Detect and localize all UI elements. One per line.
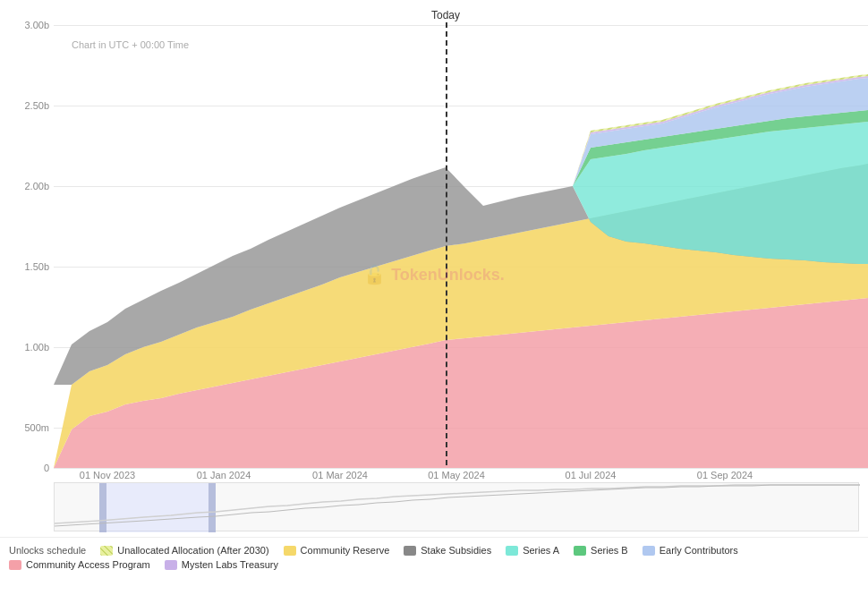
legend-stake-subsidies: Stake Subsidies — [404, 545, 491, 556]
x-label-jul2024: 01 Jul 2024 — [566, 470, 617, 480]
legend-row-1: Unlocks schedule Unallocated Allocation … — [9, 545, 859, 556]
legend-early-contributors: Early Contributors — [642, 545, 738, 556]
chart-container: 3.00b 2.50b 2.00b 1.50b 1.00b 500m 0 Cha… — [0, 0, 868, 612]
x-label-sep2024: 01 Sep 2024 — [697, 470, 753, 480]
x-label-mar2024: 01 Mar 2024 — [312, 470, 368, 480]
community-reserve-swatch — [284, 546, 296, 556]
legend-unlocks-schedule: Unlocks schedule — [9, 545, 86, 556]
stake-subsidies-swatch — [404, 546, 416, 556]
early-contributors-swatch — [642, 546, 655, 556]
legend-unallocated: Unallocated Allocation (After 2030) — [100, 545, 268, 556]
today-line — [446, 22, 447, 465]
legend-community-reserve: Community Reserve — [284, 545, 390, 556]
legend-series-b: Series B — [574, 545, 628, 556]
legend-community-access: Community Access Program — [9, 559, 150, 570]
unlocks-schedule-label: Unlocks schedule — [9, 545, 86, 556]
community-access-label: Community Access Program — [26, 559, 150, 570]
legend-area: Unlocks schedule Unallocated Allocation … — [0, 537, 868, 612]
stake-subsidies-label: Stake Subsidies — [421, 545, 491, 556]
stacked-area-chart — [0, 0, 868, 474]
navigator-minimap — [55, 483, 860, 532]
legend-row-2: Community Access Program Mysten Labs Tre… — [9, 559, 859, 570]
community-access-swatch — [9, 560, 21, 570]
early-contributors-label: Early Contributors — [660, 545, 738, 556]
chart-navigator[interactable] — [54, 482, 859, 531]
unallocated-label: Unallocated Allocation (After 2030) — [117, 545, 268, 556]
community-reserve-label: Community Reserve — [301, 545, 390, 556]
x-label-nov2023: 01 Nov 2023 — [80, 470, 135, 480]
legend-mysten-labs: Mysten Labs Treasury — [165, 559, 278, 570]
mysten-labs-label: Mysten Labs Treasury — [182, 559, 278, 570]
x-label-jan2024: 01 Jan 2024 — [197, 470, 251, 480]
series-a-label: Series A — [523, 545, 559, 556]
mysten-labs-swatch — [165, 560, 177, 570]
series-a-swatch — [506, 546, 518, 556]
unallocated-swatch — [100, 546, 113, 556]
x-label-may2024: 01 May 2024 — [428, 470, 485, 480]
legend-series-a: Series A — [506, 545, 559, 556]
series-b-swatch — [574, 546, 586, 556]
series-b-label: Series B — [591, 545, 628, 556]
